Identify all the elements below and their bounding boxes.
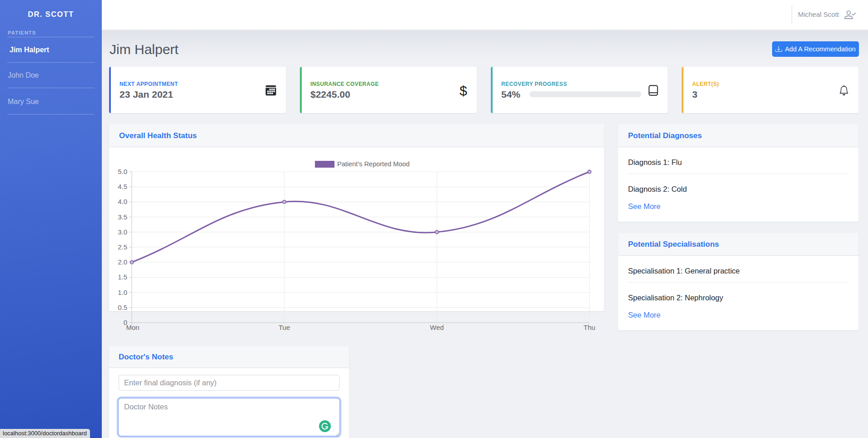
svg-text:2.5: 2.5 xyxy=(118,243,127,251)
svg-text:Wed: Wed xyxy=(430,324,444,331)
svg-text:Patient’s Reported Mood: Patient’s Reported Mood xyxy=(337,160,409,168)
svg-text:Tue: Tue xyxy=(279,324,290,331)
svg-text:2.0: 2.0 xyxy=(118,258,127,266)
svg-text:1.5: 1.5 xyxy=(118,273,127,281)
svg-text:4.5: 4.5 xyxy=(118,183,127,190)
svg-text:3.5: 3.5 xyxy=(118,213,127,221)
svg-text:0.5: 0.5 xyxy=(118,304,127,311)
svg-text:1.0: 1.0 xyxy=(118,289,127,296)
svg-text:Mon: Mon xyxy=(126,324,139,331)
svg-text:Thu: Thu xyxy=(584,324,595,331)
svg-text:3.0: 3.0 xyxy=(118,228,127,236)
svg-text:4.0: 4.0 xyxy=(118,198,127,205)
svg-text:5.0: 5.0 xyxy=(118,168,127,175)
